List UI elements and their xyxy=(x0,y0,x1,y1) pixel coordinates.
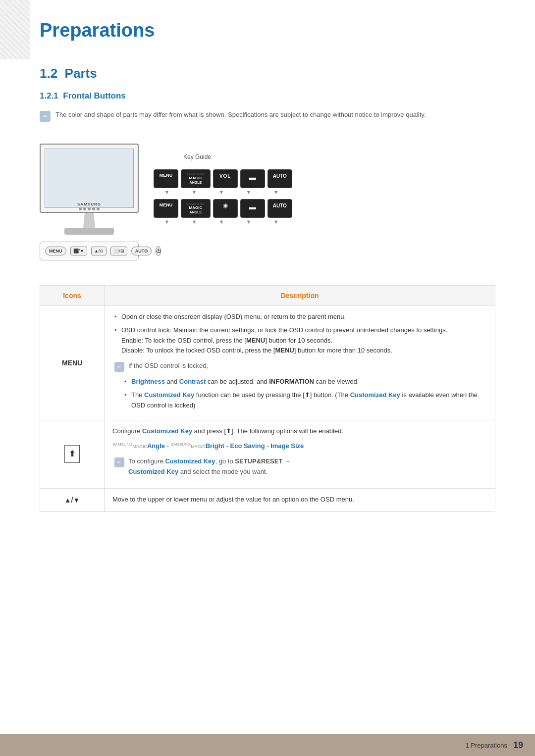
page-title: Preparations xyxy=(40,15,495,41)
key-row-1-buttons: MENU SAMSUNG MAGIC ANGLE VOL ▬ AUTO xyxy=(154,169,292,188)
monitor-buttons xyxy=(79,207,100,210)
menu-key-2: MENU xyxy=(154,199,178,218)
key-row-2-buttons: MENU SAMSUNG MAGIC ANGLE ☀ ▬ AUTO xyxy=(154,199,292,218)
monitor-screen-inner xyxy=(45,149,134,208)
diagram-area: SAMSUNG MENU ⬛/▼ ▲/⊙ ⬜/⊞ AUTO ⏻ Key Guid… xyxy=(40,134,495,270)
brightness-key: ▬ xyxy=(240,169,265,188)
page-decoration xyxy=(0,0,30,59)
menu-key: MENU xyxy=(154,169,178,188)
samsung-magic-angle-key-2: SAMSUNG MAGIC ANGLE xyxy=(181,199,211,218)
vol-key: VOL xyxy=(213,169,238,188)
inline-note-osd-locked: If the OSD control is locked, xyxy=(112,361,487,372)
monitor-btn-dot xyxy=(79,207,82,210)
monitor-btn-dot xyxy=(83,207,86,210)
auto-button-label: AUTO xyxy=(131,247,152,255)
monitor-btn-dot xyxy=(88,207,91,210)
key-guide-container: Key Guide MENU SAMSUNG MAGIC ANGLE VOL ▬… xyxy=(154,144,495,260)
menu-desc-1: Open or close the onscreen display (OSD)… xyxy=(112,312,487,322)
input-key: ▬ xyxy=(240,199,265,218)
customized-key-icon-cell: ⬆ xyxy=(40,420,105,488)
inline-note-customized: To configure Customized Key, go to SETUP… xyxy=(112,456,487,477)
note-box: The color and shape of parts may differ … xyxy=(40,110,495,122)
key-guide-title: Key Guide xyxy=(183,153,211,160)
customized-key-desc-cell: Configure Customized Key and press [⬆]. … xyxy=(105,420,495,488)
up-circle-button: ▲/⊙ xyxy=(91,247,107,255)
monitor-stand-neck xyxy=(82,213,97,228)
table-row-menu: MENU Open or close the onscreen display … xyxy=(40,306,495,420)
inline-note-text-customized: To configure Customized Key, go to SETUP… xyxy=(128,456,291,477)
menu-icon-cell: MENU xyxy=(40,306,105,420)
menu-sub-bullet-1: Brightness and Contrast can be adjusted,… xyxy=(122,377,487,387)
brightness-down-button: ⬛/▼ xyxy=(70,247,87,255)
page-footer: 1 Preparations 19 xyxy=(0,734,535,756)
monitor-btn-dot xyxy=(97,207,100,210)
note-text: The color and shape of parts may differ … xyxy=(55,110,426,120)
parts-table: Icons Description MENU Open or close the… xyxy=(40,285,495,512)
auto-key: AUTO xyxy=(268,169,292,188)
menu-desc-2: OSD control lock: Maintain the current s… xyxy=(112,325,487,356)
row2-arrows: ▼ ▼ ▼ ▼ ▼ xyxy=(154,219,292,225)
up-down-desc: Move to the upper or lower menu or adjus… xyxy=(112,495,487,505)
up-down-icon-cell: ▲/▼ xyxy=(40,488,105,511)
key-guide-row2: MENU SAMSUNG MAGIC ANGLE ☀ ▬ AUTO ▼ ▼ xyxy=(154,199,292,225)
customized-key-options: SAMSUNGMAGICAngle - SAMSUNGMAGICBright -… xyxy=(112,441,487,452)
section-heading: 1.2 Parts xyxy=(40,66,495,81)
auto-key-2: AUTO xyxy=(268,199,292,218)
row1-arrows: ▼ ▼ ▼ ▼ ▼ xyxy=(154,189,292,195)
subsection-heading: 1.2.1 Frontal Buttons xyxy=(40,91,495,101)
table-header-description: Description xyxy=(105,286,495,306)
table-header-icons: Icons xyxy=(40,286,105,306)
table-row-up-down: ▲/▼ Move to the upper or lower menu or a… xyxy=(40,488,495,511)
customized-key-desc-1: Configure Customized Key and press [⬆]. … xyxy=(112,426,487,437)
samsung-brand: SAMSUNG xyxy=(77,200,101,207)
input-button: ⬜/⊞ xyxy=(110,247,127,255)
monitor-stand-base xyxy=(64,228,114,235)
footer-section-label: 1 Preparations xyxy=(465,742,507,749)
monitor-illustration: SAMSUNG MENU ⬛/▼ ▲/⊙ ⬜/⊞ AUTO ⏻ xyxy=(40,144,139,260)
inline-note-icon-2 xyxy=(114,457,124,467)
footer-page-number: 19 xyxy=(513,740,523,751)
inline-note-text-osd: If the OSD control is locked, xyxy=(128,361,208,371)
samsung-magic-angle-key: SAMSUNG MAGIC ANGLE xyxy=(181,169,211,188)
up-down-desc-cell: Move to the upper or lower menu or adjus… xyxy=(105,488,495,511)
customized-key-icon: ⬆ xyxy=(64,445,80,463)
inline-note-icon xyxy=(114,362,124,372)
key-guide-row1: MENU SAMSUNG MAGIC ANGLE VOL ▬ AUTO ▼ ▼ xyxy=(154,169,292,195)
menu-sub-bullet-2: The Customized Key function can be used … xyxy=(122,390,487,411)
monitor-btn-dot xyxy=(92,207,95,210)
menu-button-label: MENU xyxy=(45,247,66,255)
sun-key: ☀ xyxy=(213,199,238,218)
bottom-buttons-panel: MENU ⬛/▼ ▲/⊙ ⬜/⊞ AUTO ⏻ xyxy=(40,242,139,260)
table-row-customized-key: ⬆ Configure Customized Key and press [⬆]… xyxy=(40,420,495,488)
menu-desc-cell: Open or close the onscreen display (OSD)… xyxy=(105,306,495,420)
monitor-screen: SAMSUNG xyxy=(40,144,139,213)
note-icon xyxy=(40,111,51,122)
